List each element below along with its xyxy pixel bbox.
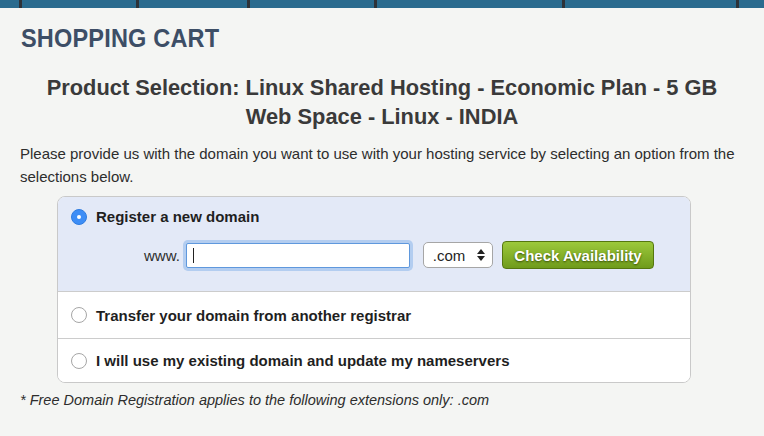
domain-input-row: www. .com Check Availability xyxy=(144,241,677,269)
intro-text: Please provide us with the domain you wa… xyxy=(20,143,736,188)
radio-dot xyxy=(77,215,81,219)
product-selection-heading: Product Selection: Linux Shared Hosting … xyxy=(39,74,726,132)
text-caret xyxy=(193,248,194,263)
tld-selected-value: .com xyxy=(433,247,466,264)
radio-existing-domain[interactable] xyxy=(71,353,87,369)
domain-selection-box: Register a new domain www. .com Check Av… xyxy=(57,196,691,383)
www-prefix-label: www. xyxy=(144,247,180,264)
option-label: Register a new domain xyxy=(96,208,259,225)
option-label: I will use my existing domain and update… xyxy=(96,352,509,369)
radio-register-new-domain[interactable] xyxy=(71,209,87,225)
nav-tab-divider xyxy=(19,0,22,8)
nav-tab-divider xyxy=(247,0,250,8)
page-title: SHOPPING CART xyxy=(21,24,219,53)
footnote: * Free Domain Registration applies to th… xyxy=(20,392,489,408)
top-nav-strip xyxy=(0,0,764,8)
option-register-new-domain[interactable]: Register a new domain www. .com Check Av… xyxy=(58,197,690,292)
option-transfer-domain[interactable]: Transfer your domain from another regist… xyxy=(58,292,690,339)
nav-tab-divider xyxy=(736,0,739,8)
nav-tab-divider xyxy=(136,0,139,8)
check-availability-button[interactable]: Check Availability xyxy=(502,241,653,269)
nav-tab-divider xyxy=(374,0,377,8)
option-existing-domain[interactable]: I will use my existing domain and update… xyxy=(58,339,690,382)
domain-name-input[interactable] xyxy=(186,243,410,268)
chevron-down-icon xyxy=(477,256,485,261)
radio-transfer-domain[interactable] xyxy=(71,307,87,323)
option-label: Transfer your domain from another regist… xyxy=(96,307,411,324)
select-stepper-icon xyxy=(477,249,485,261)
tld-select[interactable]: .com xyxy=(423,242,494,268)
chevron-up-icon xyxy=(477,249,485,254)
domain-input-wrap xyxy=(186,243,410,268)
nav-tab-divider xyxy=(562,0,565,8)
